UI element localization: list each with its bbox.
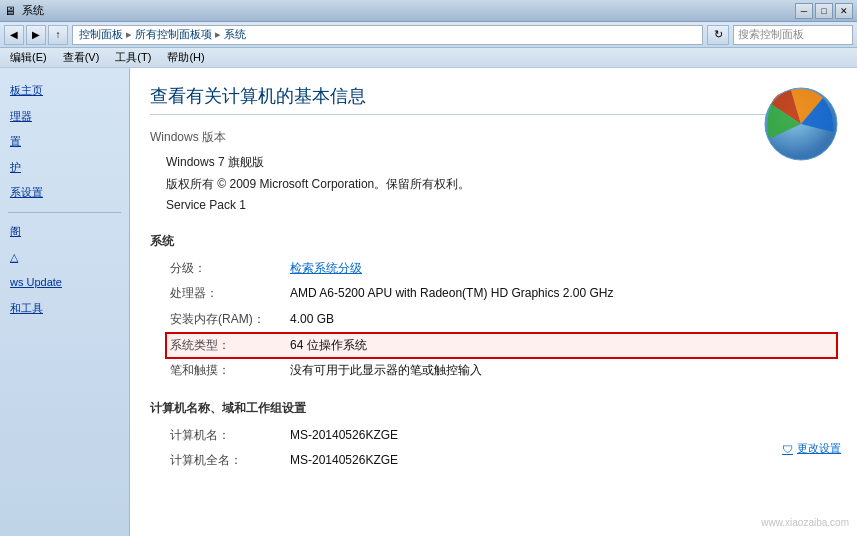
table-row-pen: 笔和触摸： 没有可用于此显示器的笔或触控输入 — [166, 358, 837, 384]
path-arrow-1: ▸ — [126, 28, 132, 41]
windows-version-block: Windows 7 旗舰版 版权所有 © 2009 Microsoft Corp… — [166, 152, 837, 217]
computer-name-table: 计算机名： MS-20140526KZGE 计算机全名： MS-20140526… — [166, 423, 837, 474]
navigation-buttons: ◀ ▶ ↑ — [4, 25, 68, 45]
sidebar-item-settings[interactable]: 置 — [0, 129, 129, 155]
address-bar: ◀ ▶ ↑ 控制面板 ▸ 所有控制面板项 ▸ 系统 ↻ 搜索控制面板 — [0, 22, 857, 48]
sidebar: 板主页 理器 置 护 系设置 阁 △ ws Update 和工具 — [0, 68, 130, 536]
win-version-line-1: Windows 7 旗舰版 — [166, 152, 837, 174]
sidebar-item-windows-update[interactable]: ws Update — [0, 270, 129, 296]
path-segment-3: 系统 — [224, 27, 246, 42]
menu-tools[interactable]: 工具(T) — [107, 48, 159, 67]
path-segment-2: 所有控制面板项 — [135, 27, 212, 42]
value-processor: AMD A6-5200 APU with Radeon(TM) HD Graph… — [286, 281, 837, 307]
back-button[interactable]: ◀ — [4, 25, 24, 45]
label-system-type: 系统类型： — [166, 333, 286, 359]
table-row-system-type: 系统类型： 64 位操作系统 — [166, 333, 837, 359]
change-settings-label: 更改设置 — [797, 441, 841, 456]
menu-bar: 编辑(E) 查看(V) 工具(T) 帮助(H) — [0, 48, 857, 68]
address-path[interactable]: 控制面板 ▸ 所有控制面板项 ▸ 系统 — [72, 25, 703, 45]
close-button[interactable]: ✕ — [835, 3, 853, 19]
forward-button[interactable]: ▶ — [26, 25, 46, 45]
label-computer-name: 计算机名： — [166, 423, 286, 449]
menu-edit[interactable]: 编辑(E) — [2, 48, 55, 67]
menu-help[interactable]: 帮助(H) — [159, 48, 212, 67]
table-row-ram: 安装内存(RAM)： 4.00 GB — [166, 307, 837, 333]
value-system-type: 64 位操作系统 — [286, 333, 837, 359]
sidebar-item-manager[interactable]: 理器 — [0, 104, 129, 130]
table-row-computer-name: 计算机名： MS-20140526KZGE — [166, 423, 837, 449]
title-bar: 🖥 系统 ─ □ ✕ — [0, 0, 857, 22]
watermark: www.xiaozaiba.com — [761, 517, 849, 528]
system-info-table: 分级： 检索系统分级 处理器： AMD A6-5200 APU with Rad… — [166, 256, 837, 384]
shield-icon: 🛡 — [782, 443, 793, 455]
label-full-name: 计算机全名： — [166, 448, 286, 474]
page-title: 查看有关计算机的基本信息 — [150, 84, 837, 115]
sidebar-item-protection[interactable]: 护 — [0, 155, 129, 181]
sidebar-item-tools[interactable]: 和工具 — [0, 296, 129, 322]
sidebar-item-another[interactable]: 阁 — [0, 219, 129, 245]
windows-logo — [761, 84, 841, 164]
value-ram: 4.00 GB — [286, 307, 837, 333]
sidebar-item-triangle[interactable]: △ — [0, 245, 129, 271]
menu-view[interactable]: 查看(V) — [55, 48, 108, 67]
sidebar-divider-1 — [8, 212, 121, 213]
label-rating: 分级： — [166, 256, 286, 282]
label-ram: 安装内存(RAM)： — [166, 307, 286, 333]
win-version-line-2: 版权所有 © 2009 Microsoft Corporation。保留所有权利… — [166, 174, 837, 196]
label-pen: 笔和触摸： — [166, 358, 286, 384]
up-button[interactable]: ↑ — [48, 25, 68, 45]
sidebar-item-advanced[interactable]: 系设置 — [0, 180, 129, 206]
table-row-rating: 分级： 检索系统分级 — [166, 256, 837, 282]
computer-name-section-title: 计算机名称、域和工作组设置 — [150, 400, 837, 417]
window-controls: ─ □ ✕ — [795, 3, 853, 19]
windows-version-heading: Windows 版本 — [150, 129, 837, 146]
maximize-button[interactable]: □ — [815, 3, 833, 19]
value-rating[interactable]: 检索系统分级 — [286, 256, 837, 282]
value-pen: 没有可用于此显示器的笔或触控输入 — [286, 358, 837, 384]
path-arrow-2: ▸ — [215, 28, 221, 41]
window-title: 系统 — [22, 3, 795, 18]
value-computer-name: MS-20140526KZGE — [286, 423, 837, 449]
table-row-full-name: 计算机全名： MS-20140526KZGE — [166, 448, 837, 474]
search-placeholder: 搜索控制面板 — [738, 27, 804, 42]
label-processor: 处理器： — [166, 281, 286, 307]
sidebar-item-home[interactable]: 板主页 — [0, 78, 129, 104]
refresh-button[interactable]: ↻ — [707, 25, 729, 45]
minimize-button[interactable]: ─ — [795, 3, 813, 19]
change-settings-button[interactable]: 🛡 更改设置 — [782, 441, 841, 456]
system-section-title: 系统 — [150, 233, 837, 250]
content-panel: 查看有关计算机的基本信息 Windows 版本 Windows 7 旗舰版 版权… — [130, 68, 857, 536]
win-version-line-3: Service Pack 1 — [166, 195, 837, 217]
path-segment-1: 控制面板 — [79, 27, 123, 42]
value-full-name: MS-20140526KZGE — [286, 448, 837, 474]
table-row-processor: 处理器： AMD A6-5200 APU with Radeon(TM) HD … — [166, 281, 837, 307]
search-box[interactable]: 搜索控制面板 — [733, 25, 853, 45]
window-icon: 🖥 — [4, 4, 18, 18]
main-area: 板主页 理器 置 护 系设置 阁 △ ws Update 和工具 — [0, 68, 857, 536]
